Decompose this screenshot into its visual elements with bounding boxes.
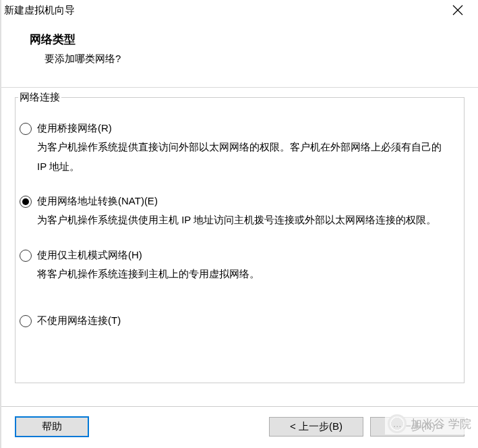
radio-icon	[20, 250, 32, 262]
radio-icon	[20, 123, 32, 135]
watermark-icon: …	[388, 414, 407, 433]
network-connection-group: 网络连接 使用桥接网络(R) 为客户机操作系统提供直接访问外部以太网网络的权限。…	[15, 97, 465, 383]
radio-label: 使用桥接网络(R)	[37, 122, 112, 135]
watermark: … 加米谷 学院	[385, 413, 474, 435]
wizard-header: 网络类型 要添加哪类网络?	[1, 20, 478, 78]
radio-label: 使用网络地址转换(NAT)(E)	[37, 195, 158, 208]
header-separator	[1, 87, 478, 88]
radio-option-hostonly[interactable]: 使用仅主机模式网络(H)	[20, 249, 452, 262]
radio-icon	[20, 315, 32, 327]
radio-option-none[interactable]: 不使用网络连接(T)	[20, 314, 452, 327]
help-button[interactable]: 帮助	[15, 416, 89, 437]
close-icon[interactable]	[452, 5, 463, 16]
radio-label: 不使用网络连接(T)	[37, 314, 121, 327]
window-title: 新建虚拟机向导	[4, 4, 75, 17]
radio-description: 为客户机操作系统提供直接访问外部以太网网络的权限。客户机在外部网络上必须有自己的…	[37, 138, 452, 176]
radio-label: 使用仅主机模式网络(H)	[37, 249, 142, 262]
radio-icon	[20, 196, 32, 208]
radio-option-bridged[interactable]: 使用桥接网络(R)	[20, 122, 452, 135]
page-title: 网络类型	[30, 32, 470, 47]
radio-description: 为客户机操作系统提供使用主机 IP 地址访问主机拨号连接或外部以太网网络连接的权…	[37, 211, 452, 230]
radio-description: 将客户机操作系统连接到主机上的专用虚拟网络。	[37, 264, 452, 284]
back-button[interactable]: < 上一步(B)	[269, 417, 363, 437]
titlebar: 新建虚拟机向导	[1, 0, 478, 20]
radio-option-nat[interactable]: 使用网络地址转换(NAT)(E)	[20, 195, 452, 208]
watermark-text: 加米谷 学院	[411, 416, 471, 432]
page-subtitle: 要添加哪类网络?	[30, 53, 470, 65]
group-legend: 网络连接	[18, 91, 61, 104]
